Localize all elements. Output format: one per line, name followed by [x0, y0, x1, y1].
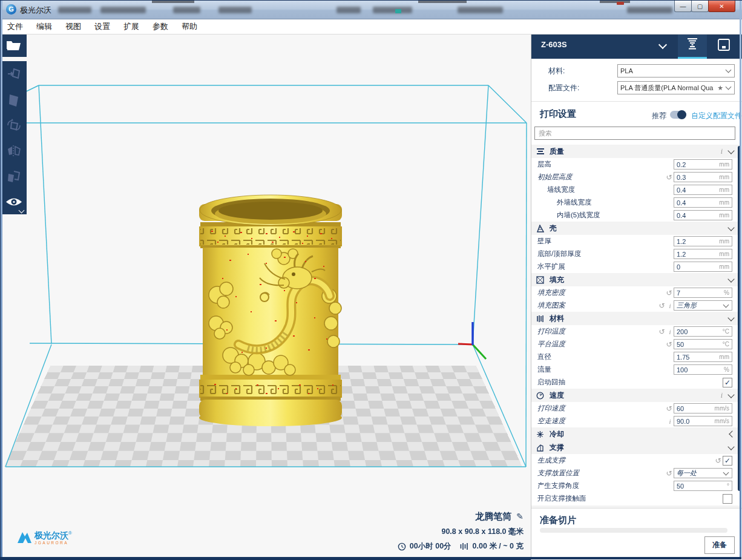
settings-list: 质量i层高0.2mm初始层高度↺0.3mm墙线宽度0.4mm外墙线宽度0.4mm…	[531, 145, 740, 508]
reset-icon[interactable]: ↺	[665, 340, 674, 349]
reset-icon[interactable]: ↺	[714, 456, 723, 465]
maximize-button[interactable]: ▢	[691, 1, 709, 12]
app-window: G 极光尔沃 — ▢ ✕ 文件 编辑 视图 设置 扩展 参数 帮助	[0, 0, 742, 560]
titlebar-artifact	[395, 9, 401, 13]
profile-select[interactable]: PLA 普通质量(PLA Normal Qua ★	[617, 81, 735, 94]
setting-value-box[interactable]: 0.3mm	[674, 172, 732, 182]
close-button[interactable]: ✕	[708, 1, 735, 12]
material-select[interactable]: PLA	[617, 64, 735, 77]
tab-prepare[interactable]	[678, 31, 707, 59]
titlebar-smudge	[218, 7, 252, 13]
setting-value-box[interactable]: 50°C	[674, 339, 732, 349]
menu-help[interactable]: 帮助	[175, 21, 204, 32]
setting-label: 填充密度	[531, 288, 665, 297]
minimize-button[interactable]: —	[674, 1, 692, 12]
chevron-down-icon	[723, 301, 729, 308]
setting-checkbox[interactable]: ✓	[723, 378, 732, 387]
custom-profile-link[interactable]: 自定义配置文件	[691, 111, 742, 121]
setting-value-box[interactable]: 100%	[674, 364, 732, 375]
category-label: 材料	[550, 314, 729, 324]
setting-value-box[interactable]: 1.75mm	[674, 352, 732, 362]
material-icon	[536, 314, 545, 323]
setting-checkbox[interactable]: ✓	[723, 456, 732, 466]
setting-value-box[interactable]: 200°C	[674, 326, 732, 337]
setting-label: 打印温度	[531, 327, 657, 336]
category-header-quality[interactable]: 质量i	[531, 145, 740, 158]
category-header-infill[interactable]: 填充	[531, 273, 740, 286]
model-info: 龙腾笔筒✎ 90.8 x 90.8 x 118.0 毫米 00小时 00分 0.…	[398, 511, 524, 552]
category-header-shell[interactable]: 壳	[531, 222, 740, 235]
model-dragon-pen-holder[interactable]	[193, 193, 348, 430]
setting-row: 流量100%	[531, 363, 740, 376]
reset-icon[interactable]: ↺	[657, 301, 666, 310]
reset-icon[interactable]: ↺	[665, 289, 674, 297]
setting-unit: mm	[719, 238, 729, 245]
category-header-speed[interactable]: 速度i	[531, 389, 740, 402]
infill-icon	[536, 275, 545, 285]
setting-value-box[interactable]: 90.0mm/s	[674, 416, 732, 426]
category-header-cooling[interactable]: 冷却	[531, 427, 740, 441]
printer-selector[interactable]: Z-603S	[541, 40, 567, 49]
reset-icon[interactable]: ↺	[665, 404, 674, 413]
setting-label: 壁厚	[531, 237, 674, 246]
menu-file[interactable]: 文件	[1, 21, 30, 32]
menu-parameters[interactable]: 参数	[146, 21, 175, 32]
setting-dropdown[interactable]: 三角形	[674, 300, 732, 311]
setting-value-box[interactable]: 60mm/s	[674, 403, 732, 413]
setting-value-box[interactable]: 1.2mm	[674, 236, 732, 246]
brand-reg: ®	[68, 530, 72, 536]
reset-icon[interactable]: ↺	[657, 328, 666, 336]
menu-settings[interactable]: 设置	[88, 21, 117, 32]
move-tool-icon[interactable]	[6, 66, 22, 82]
category-label: 冷却	[550, 429, 730, 440]
setting-checkbox[interactable]	[723, 494, 732, 504]
layers-icon	[536, 147, 545, 156]
setting-value: 0.4	[677, 212, 719, 219]
search-input[interactable]	[534, 127, 735, 140]
setting-dropdown[interactable]: 每一处	[674, 468, 732, 478]
recommended-label: 推荐	[652, 111, 666, 121]
menu-edit[interactable]: 编辑	[30, 21, 59, 32]
chevron-down-icon	[726, 84, 732, 90]
setting-value-box[interactable]: 0.4mm	[674, 210, 732, 220]
setting-row: 生成支撑↺✓	[531, 454, 740, 467]
3d-viewport[interactable]: 龙腾笔筒✎ 90.8 x 90.8 x 118.0 毫米 00小时 00分 0.…	[1, 34, 531, 558]
setting-value-box[interactable]: 0.4mm	[674, 197, 732, 208]
setting-value-box[interactable]: 1.2mm	[674, 249, 732, 259]
info-icon: i	[666, 328, 674, 335]
setting-row: 空走速度i90.0mm/s	[531, 415, 740, 427]
setting-row: 直径1.75mm	[531, 351, 740, 363]
chevron-down-icon	[727, 391, 734, 398]
menu-extensions[interactable]: 扩展	[117, 21, 146, 32]
setting-value-box[interactable]: 7%	[674, 288, 732, 298]
per-model-settings-icon[interactable]	[6, 169, 22, 185]
setting-unit: mm	[719, 263, 729, 270]
category-header-support[interactable]: 支撑	[531, 441, 740, 454]
open-file-button[interactable]	[1, 34, 27, 57]
model-name: 龙腾笔筒	[475, 511, 511, 521]
setting-value-box[interactable]: 50°	[674, 481, 732, 491]
reset-icon[interactable]: ↺	[665, 173, 674, 182]
tab-monitor[interactable]	[709, 31, 738, 59]
setting-row: 水平扩展0mm	[531, 260, 740, 273]
setting-value-box[interactable]: 0mm	[674, 262, 732, 272]
brand-subtitle: JGAURORA	[34, 541, 72, 545]
mode-toggle[interactable]	[670, 111, 686, 119]
rename-pencil-icon[interactable]: ✎	[516, 512, 524, 521]
category-label: 填充	[550, 275, 729, 285]
mirror-tool-icon[interactable]	[6, 143, 22, 159]
setting-value-box[interactable]: 0.2mm	[674, 159, 732, 170]
reset-icon[interactable]: ↺	[665, 469, 674, 478]
material-value: PLA	[620, 67, 725, 74]
titlebar: G 极光尔沃	[1, 1, 742, 19]
setting-unit: °C	[723, 328, 729, 335]
setting-value-box[interactable]: 0.4mm	[674, 185, 732, 195]
prepare-button[interactable]: 准备	[704, 536, 735, 554]
menu-view[interactable]: 视图	[59, 21, 88, 32]
view-mode-button[interactable]	[1, 189, 27, 214]
rotate-tool-icon[interactable]	[6, 117, 22, 133]
material-label: 材料:	[548, 66, 565, 76]
category-header-material[interactable]: 材料	[531, 312, 740, 325]
chevron-down-icon	[727, 443, 734, 450]
scale-tool-icon[interactable]	[6, 92, 22, 108]
